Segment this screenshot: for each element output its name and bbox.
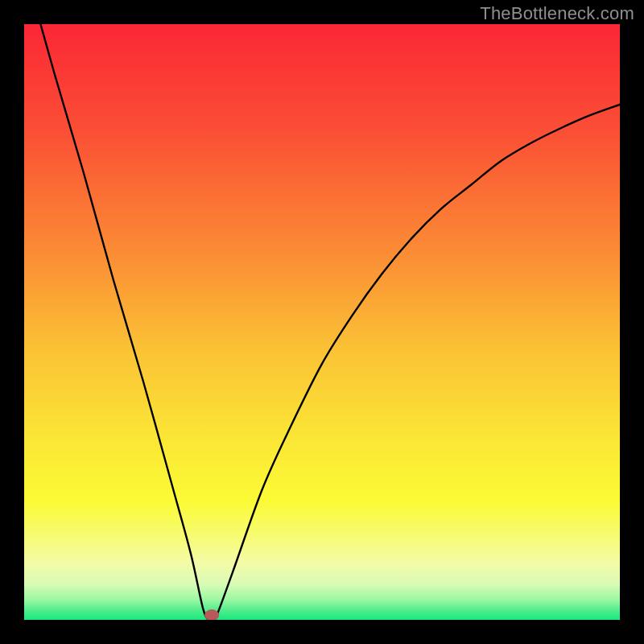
watermark-text: TheBottleneck.com [480, 3, 634, 24]
chart-svg [24, 24, 620, 620]
plot-area [24, 24, 620, 620]
chart-container: TheBottleneck.com [0, 0, 644, 644]
gradient-background [24, 24, 620, 620]
